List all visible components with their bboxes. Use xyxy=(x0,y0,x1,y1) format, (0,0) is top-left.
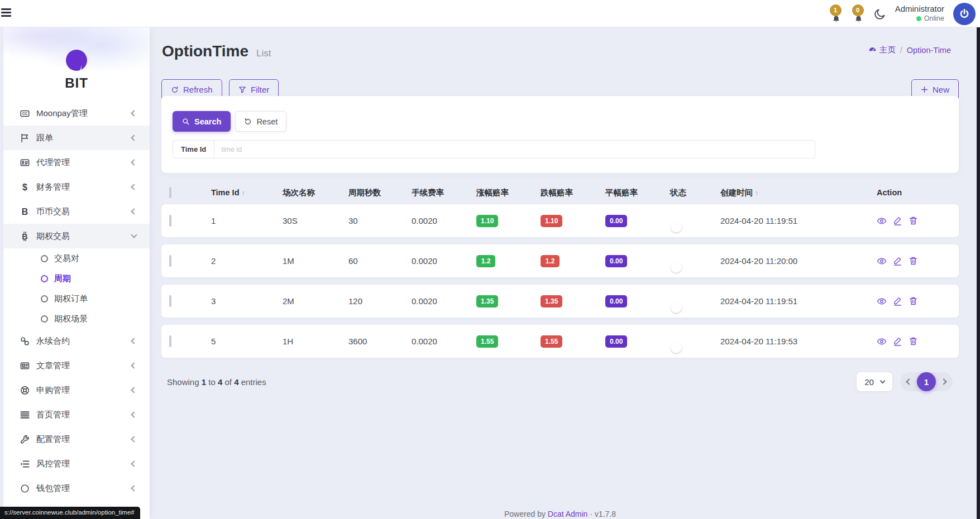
sidebar-item-config[interactable]: 配置管理 xyxy=(3,427,150,451)
dcat-admin-link[interactable]: Dcat Admin xyxy=(548,510,588,518)
sidebar-subitem-label: 交易对 xyxy=(54,253,79,264)
online-status-label: Online xyxy=(924,15,944,23)
prev-page-button[interactable] xyxy=(906,378,912,385)
sidebar-item-label: 跟单 xyxy=(36,133,132,143)
notification-bell[interactable]: 1 xyxy=(829,4,843,23)
sidebar-item-risk-control[interactable]: 风控管理 xyxy=(3,451,150,476)
sidebar-subitem-trading-pairs[interactable]: 交易对 xyxy=(3,248,150,268)
view-eye-icon[interactable] xyxy=(877,337,887,347)
circle-icon xyxy=(20,484,30,493)
chevron-left-icon xyxy=(131,436,137,442)
down-odds-badge: 1.55 xyxy=(541,335,562,348)
time-id-input[interactable] xyxy=(214,141,815,158)
delete-trash-icon[interactable] xyxy=(909,296,918,306)
sidebar-item-label: 申购管理 xyxy=(36,385,132,396)
per-page-value: 20 xyxy=(864,377,874,387)
bullet-circle-icon xyxy=(41,315,48,323)
down-odds-badge: 1.2 xyxy=(541,255,560,267)
user-name: Administrator xyxy=(895,4,944,15)
outdent-icon xyxy=(20,459,30,469)
sidebar-item-wallet[interactable]: 钱包管理 xyxy=(3,476,150,501)
bell-icon xyxy=(854,15,863,23)
menu-toggle-icon[interactable] xyxy=(1,8,11,18)
dark-mode-moon-icon[interactable] xyxy=(874,8,886,20)
notification-bell-secondary[interactable]: 0 xyxy=(852,4,865,23)
power-logo-icon xyxy=(958,8,971,20)
time-id-filter-group: Time Id xyxy=(173,140,815,158)
breadcrumb-separator: / xyxy=(900,46,902,55)
column-header-period-seconds: 周期秒数 xyxy=(342,188,405,198)
user-menu[interactable]: Administrator Online xyxy=(895,4,944,23)
cc-icon: CC xyxy=(20,109,30,118)
edit-pencil-icon[interactable] xyxy=(893,337,902,346)
sidebar-item-homepage[interactable]: 首页管理 xyxy=(3,402,150,427)
sidebar-item-perpetual[interactable]: 永续合约 xyxy=(3,329,150,353)
cell-fee-rate: 0.0020 xyxy=(405,296,470,306)
view-eye-icon[interactable] xyxy=(877,296,887,306)
sidebar-item-articles[interactable]: 文章管理 xyxy=(3,353,150,378)
link-preview-tooltip: s://server.coinnewue.club/admin/option_t… xyxy=(0,507,140,519)
sidebar-item-spot-trading[interactable]: B 币币交易 xyxy=(3,199,150,224)
sidebar-subitem-option-orders[interactable]: 期权订单 xyxy=(3,289,150,309)
cell-session-name: 1M xyxy=(276,256,342,266)
edit-pencil-icon[interactable] xyxy=(893,296,902,306)
sidebar-item-options-trading[interactable]: B 期权交易 xyxy=(3,224,150,248)
row-checkbox[interactable] xyxy=(169,215,171,227)
main-content: 主页 / Option-Time OptionTime List Refresh… xyxy=(161,27,959,519)
footer: Powered by Dcat Admin · v1.7.8 xyxy=(161,510,959,518)
sort-asc-icon[interactable]: ↑ xyxy=(242,189,246,197)
sidebar-item-label: 风控管理 xyxy=(36,459,132,469)
sidebar-item-moonpay[interactable]: CC Moonpay管理 xyxy=(3,101,150,126)
sidebar-item-subscription[interactable]: 申购管理 xyxy=(3,378,150,402)
gauge-icon xyxy=(868,46,877,54)
breadcrumb-home-label: 主页 xyxy=(879,45,896,55)
sidebar-item-label: 钱包管理 xyxy=(36,483,132,494)
reset-button[interactable]: Reset xyxy=(235,111,286,132)
row-checkbox[interactable] xyxy=(169,295,171,307)
avatar[interactable] xyxy=(953,3,976,25)
sidebar-header-waves: BIT xyxy=(3,27,150,98)
cell-period-seconds: 120 xyxy=(342,296,405,306)
sidebar-item-copy-trading[interactable]: 跟单 xyxy=(3,126,150,150)
pagination: 1 xyxy=(900,372,953,391)
table-body: 1 30S 30 0.0020 1.10 1.10 0.00 2024-04-2… xyxy=(161,204,959,365)
search-button[interactable]: Search xyxy=(173,111,231,132)
sidebar-item-label: 文章管理 xyxy=(36,361,132,371)
per-page-select[interactable]: 20 xyxy=(857,372,892,391)
cell-fee-rate: 0.0020 xyxy=(405,216,470,225)
down-odds-badge: 1.35 xyxy=(541,295,562,307)
cell-time-id: 3 xyxy=(204,296,276,306)
delete-trash-icon[interactable] xyxy=(909,216,918,225)
sidebar-subitem-option-scenes[interactable]: 期权场景 xyxy=(3,309,150,329)
row-checkbox[interactable] xyxy=(169,335,171,347)
current-page-button[interactable]: 1 xyxy=(917,372,936,391)
delete-trash-icon[interactable] xyxy=(909,256,918,266)
column-header-status: 状态 xyxy=(663,188,714,198)
row-checkbox[interactable] xyxy=(169,255,171,267)
chevron-left-icon xyxy=(131,338,137,344)
view-eye-icon[interactable] xyxy=(877,256,887,266)
down-odds-badge: 1.10 xyxy=(541,215,562,227)
refresh-icon xyxy=(171,86,179,94)
edit-pencil-icon[interactable] xyxy=(893,216,902,225)
view-eye-icon[interactable] xyxy=(877,216,887,226)
cell-created-at: 2024-04-20 11:20:00 xyxy=(714,256,870,266)
brand-name: BIT xyxy=(3,75,150,91)
sidebar-item-label: Moonpay管理 xyxy=(36,108,132,119)
select-all-checkbox[interactable] xyxy=(169,187,171,198)
edit-pencil-icon[interactable] xyxy=(893,256,902,266)
sidebar-item-finance[interactable]: $ 财务管理 xyxy=(3,175,150,199)
sidebar-item-agents[interactable]: 代理管理 xyxy=(3,150,150,175)
column-header-up-odds: 涨幅赔率 xyxy=(470,188,534,198)
up-odds-badge: 1.10 xyxy=(476,215,498,227)
breadcrumb-home-link[interactable]: 主页 xyxy=(868,45,896,55)
sort-asc-icon[interactable]: ↑ xyxy=(755,189,759,197)
table-row: 5 1H 3600 0.0020 1.55 1.55 0.00 2024-04-… xyxy=(161,325,959,358)
next-page-button[interactable] xyxy=(940,378,946,385)
delete-trash-icon[interactable] xyxy=(909,337,918,346)
sidebar-item-label: 代理管理 xyxy=(36,157,132,168)
up-odds-badge: 1.2 xyxy=(476,255,495,267)
bullet-circle-icon xyxy=(41,255,48,262)
page-scrollbar[interactable] xyxy=(977,27,980,519)
sidebar-subitem-period[interactable]: 周期 xyxy=(3,268,150,289)
